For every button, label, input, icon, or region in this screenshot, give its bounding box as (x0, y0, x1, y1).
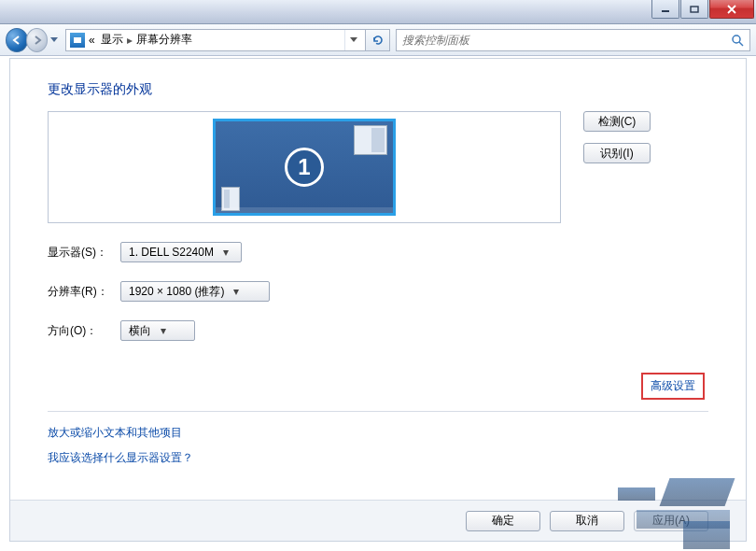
identify-button[interactable]: 识别(I) (583, 143, 651, 163)
breadcrumb-item-resolution[interactable]: 屏幕分辨率 (136, 32, 192, 48)
chevron-right-icon: ▸ (123, 34, 136, 47)
nav-buttons (6, 27, 60, 53)
apply-button[interactable]: 应用(A) (634, 511, 708, 531)
orientation-select[interactable]: 横向 ▾ (120, 320, 195, 341)
ok-button[interactable]: 确定 (466, 511, 540, 531)
svg-rect-1 (691, 7, 698, 12)
search-box[interactable] (396, 29, 750, 51)
forward-button[interactable] (26, 28, 49, 52)
svg-rect-0 (662, 10, 669, 12)
cancel-button[interactable]: 取消 (550, 511, 624, 531)
close-button[interactable] (709, 0, 754, 19)
resolution-label: 分辨率(R)： (48, 284, 120, 300)
display-value: 1. DELL S2240M (129, 246, 214, 259)
display-preview[interactable]: 1 (48, 111, 561, 223)
chevron-down-icon: ▾ (233, 285, 239, 298)
monitor-thumbnail[interactable]: 1 (213, 119, 396, 216)
back-button[interactable] (6, 28, 28, 52)
search-input[interactable] (402, 34, 731, 47)
divider (48, 411, 708, 412)
control-panel-icon (70, 33, 85, 48)
search-icon (731, 34, 744, 47)
address-breadcrumb[interactable]: « 显示 ▸ 屏幕分辨率 (65, 29, 366, 51)
breadcrumb-item-display[interactable]: 显示 (101, 32, 123, 48)
navigation-bar: « 显示 ▸ 屏幕分辨率 (0, 24, 756, 56)
orientation-value: 横向 (129, 323, 151, 339)
breadcrumb-dropdown[interactable] (344, 30, 361, 50)
window-titlebar (0, 0, 756, 24)
nav-history-dropdown[interactable] (48, 28, 60, 52)
display-label: 显示器(S)： (48, 245, 120, 261)
orientation-label: 方向(O)： (48, 323, 120, 339)
dialog-footer: 确定 取消 应用(A) (10, 500, 746, 541)
svg-line-3 (739, 42, 743, 46)
refresh-button[interactable] (366, 29, 390, 51)
maximize-button[interactable] (680, 0, 708, 19)
preview-taskbar (216, 207, 393, 213)
chevron-down-icon: ▾ (223, 246, 229, 259)
resolution-value: 1920 × 1080 (推荐) (129, 284, 224, 300)
main-panel: 更改显示器的外观 1 检测(C) 识别(I) 显示器(S)： 1. DELL S… (9, 58, 747, 542)
resolution-select[interactable]: 1920 × 1080 (推荐) ▾ (120, 281, 270, 302)
display-select[interactable]: 1. DELL S2240M ▾ (120, 242, 242, 262)
preview-window-icon (354, 125, 387, 155)
monitor-number-badge: 1 (285, 148, 324, 187)
breadcrumb-prefix: « (89, 34, 95, 47)
page-title: 更改显示器的外观 (48, 81, 708, 98)
detect-button[interactable]: 检测(C) (583, 111, 651, 132)
minimize-button[interactable] (651, 0, 679, 19)
which-settings-link[interactable]: 我应该选择什么显示器设置？ (48, 451, 193, 464)
svg-point-2 (733, 35, 740, 43)
chevron-down-icon: ▾ (161, 324, 166, 337)
advanced-settings-link[interactable]: 高级设置 (651, 379, 695, 392)
advanced-settings-highlight: 高级设置 (641, 373, 705, 400)
text-scaling-link[interactable]: 放大或缩小文本和其他项目 (48, 426, 182, 439)
